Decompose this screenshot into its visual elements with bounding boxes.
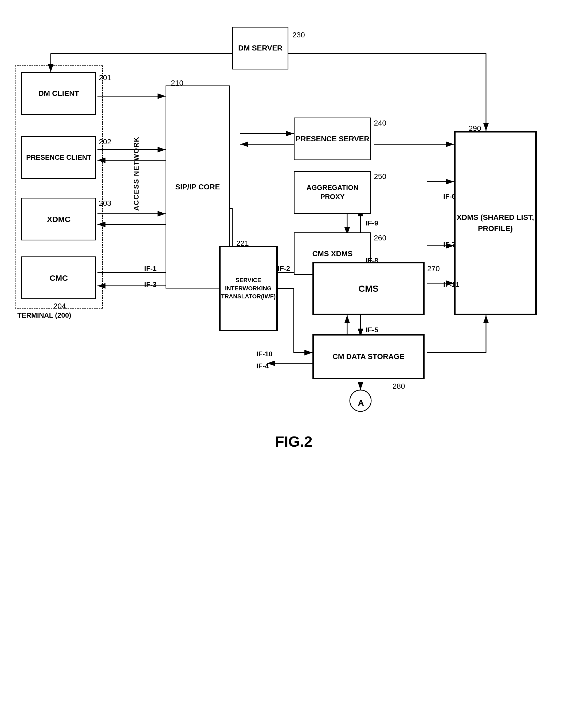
if5-label: IF-5 — [366, 326, 378, 334]
if6-label: IF-6 — [443, 192, 456, 201]
aggregation-proxy-box: AGGREGATION PROXY — [294, 171, 371, 214]
xdms-ref: 290 — [469, 124, 481, 133]
presence-server-box: PRESENCE SERVER — [294, 118, 371, 160]
if10-label: IF-10 — [256, 350, 273, 358]
dm-server-ref: 230 — [292, 31, 305, 39]
cm-data-storage-box: CM DATA STORAGE — [312, 334, 425, 379]
dm-server-box: DM SERVER — [232, 27, 288, 69]
terminal-label: TERMINAL (200) — [17, 311, 71, 320]
cm-data-storage-ref: 280 — [393, 382, 405, 391]
cms-ref: 270 — [427, 265, 440, 273]
cms-xdms-ref: 260 — [374, 234, 386, 242]
aggregation-proxy-ref: 250 — [374, 172, 386, 181]
if2-label: IF-2 — [278, 265, 290, 273]
service-interworking-ref: 221 — [236, 239, 249, 248]
xdms-box: XDMS (SHARED LIST, PROFILE) — [454, 131, 537, 315]
if1-label: IF-1 — [144, 265, 156, 273]
terminal-box — [15, 65, 103, 309]
if11-label: IF-11 — [443, 281, 460, 289]
figure-label: FIG.2 — [240, 433, 347, 450]
access-network-label: ACCESS NETWORK — [115, 120, 158, 227]
circle-a-text: A — [358, 398, 364, 408]
service-interworking-box: SERVICE INTERWORKING TRANSLATOR(IWF) — [219, 246, 278, 331]
if3-label: IF-3 — [144, 281, 156, 289]
if4-label: IF-4 — [256, 362, 269, 370]
cms-box: CMS — [312, 262, 425, 315]
if9-label: IF-9 — [366, 219, 378, 227]
diagram: DM SERVER 230 DM CLIENT 201 PRESENCE CLI… — [0, 0, 588, 721]
if7-label: IF-7 — [443, 241, 456, 249]
sip-ip-core-ref: 210 — [171, 79, 184, 87]
if8-label: IF-8 — [366, 256, 378, 265]
presence-server-ref: 240 — [374, 119, 386, 127]
